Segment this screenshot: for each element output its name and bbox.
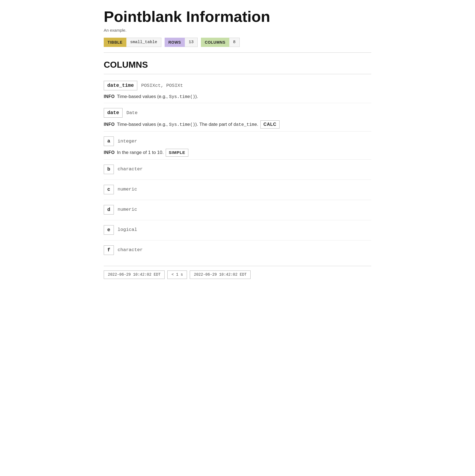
columns-badge: COLUMNS 8 bbox=[201, 38, 240, 47]
rows-value: 13 bbox=[185, 38, 198, 47]
column-name-badge: d bbox=[104, 205, 114, 215]
column-type: Date bbox=[126, 109, 138, 117]
column-header-row: date_timePOSIXct, POSIXt bbox=[104, 81, 371, 90]
column-name-badge: f bbox=[104, 245, 114, 255]
columns-heading: COLUMNS bbox=[104, 58, 371, 74]
column-info-row: INFOTime-based values (e.g., Sys.time())… bbox=[104, 120, 371, 129]
tibble-label: TIBBLE bbox=[104, 38, 126, 47]
column-header-row: dnumeric bbox=[104, 205, 371, 215]
column-name-badge: e bbox=[104, 225, 114, 235]
column-name-badge: date_time bbox=[104, 81, 137, 90]
column-type: integer bbox=[118, 138, 137, 145]
column-type: numeric bbox=[118, 206, 137, 213]
column-header-row: ainteger bbox=[104, 136, 371, 146]
column-name-badge: date bbox=[104, 108, 123, 118]
column-header-row: elogical bbox=[104, 225, 371, 235]
column-header-row: bcharacter bbox=[104, 165, 371, 174]
column-type: character bbox=[118, 246, 143, 254]
column-item: date_timePOSIXct, POSIXtINFOTime-based v… bbox=[104, 76, 371, 103]
meta-row: TIBBLE small_table ROWS 13 COLUMNS 8 bbox=[104, 38, 371, 47]
column-item: fcharacter bbox=[104, 240, 371, 260]
column-type: character bbox=[118, 166, 143, 173]
column-info-row: INFOIn the range of 1 to 10.SIMPLE bbox=[104, 149, 371, 157]
tibble-value: small_table bbox=[126, 38, 161, 47]
columns-value: 8 bbox=[229, 38, 240, 47]
column-header-row: fcharacter bbox=[104, 245, 371, 255]
column-header-row: cnumeric bbox=[104, 185, 371, 194]
column-item: aintegerINFOIn the range of 1 to 10.SIMP… bbox=[104, 132, 371, 160]
rows-badge: ROWS 13 bbox=[165, 38, 198, 47]
info-text: Time-based values (e.g., Sys.time()). bbox=[117, 93, 198, 100]
column-item: bcharacter bbox=[104, 160, 371, 180]
header-section: Pointblank Information An example. TIBBL… bbox=[104, 8, 371, 53]
column-header-row: dateDate bbox=[104, 108, 371, 118]
column-type: numeric bbox=[118, 186, 137, 193]
column-type: logical bbox=[118, 226, 137, 233]
column-item: dnumeric bbox=[104, 200, 371, 220]
column-name-badge: b bbox=[104, 165, 114, 174]
info-text: Time-based values (e.g., Sys.time()). Th… bbox=[117, 121, 258, 128]
column-item: elogical bbox=[104, 220, 371, 240]
info-label: INFO bbox=[104, 149, 115, 156]
page-title: Pointblank Information bbox=[104, 8, 371, 25]
column-name-badge: c bbox=[104, 185, 114, 194]
column-type: POSIXct, POSIXt bbox=[141, 82, 183, 89]
columns-list: date_timePOSIXct, POSIXtINFOTime-based v… bbox=[104, 76, 371, 260]
footer-timestamp-end: 2022-06-29 10:42:02 EDT bbox=[190, 270, 251, 279]
column-name-badge: a bbox=[104, 136, 114, 146]
column-info-row: INFOTime-based values (e.g., Sys.time())… bbox=[104, 93, 371, 100]
footer-section: 2022-06-29 10:42:02 EDT < 1 s 2022-06-29… bbox=[104, 266, 371, 279]
footer-duration: < 1 s bbox=[167, 270, 187, 279]
info-text: In the range of 1 to 10. bbox=[117, 149, 164, 156]
page-container: Pointblank Information An example. TIBBL… bbox=[93, 0, 382, 290]
calc-badge: CALC bbox=[260, 120, 280, 129]
column-item: dateDateINFOTime-based values (e.g., Sys… bbox=[104, 103, 371, 132]
footer-timestamp-start: 2022-06-29 10:42:02 EDT bbox=[104, 270, 165, 279]
tibble-badge: TIBBLE small_table bbox=[104, 38, 161, 47]
columns-label: COLUMNS bbox=[201, 38, 229, 47]
page-subtitle: An example. bbox=[104, 27, 371, 34]
columns-section: COLUMNS date_timePOSIXct, POSIXtINFOTime… bbox=[104, 58, 371, 260]
simple-badge: SIMPLE bbox=[166, 149, 188, 157]
column-item: cnumeric bbox=[104, 180, 371, 200]
info-label: INFO bbox=[104, 93, 115, 100]
info-label: INFO bbox=[104, 121, 115, 128]
rows-label: ROWS bbox=[165, 38, 185, 47]
